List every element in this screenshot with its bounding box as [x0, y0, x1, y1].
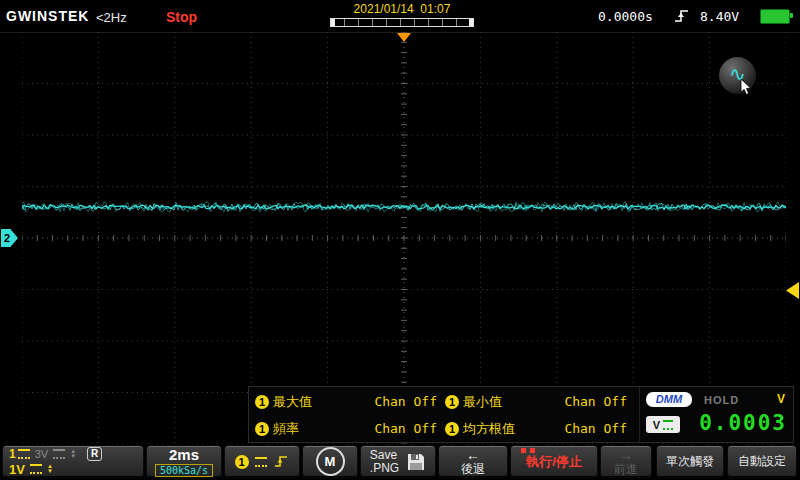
trigger-frequency-readout: <2Hz [96, 10, 127, 25]
measurement-label: 最大值 [273, 393, 312, 411]
source-badge: 1 [445, 395, 459, 409]
source-badge: 1 [255, 395, 269, 409]
mouse-cursor-icon [740, 79, 753, 96]
channel1-icon: 1 [9, 447, 30, 461]
back-button-label: 後退 [461, 462, 485, 476]
forward-button[interactable]: → 前進 [600, 445, 652, 478]
measurement-grid: 1 最大值 Chan Off 1 最小值 Chan Off 1 頻率 Chan … [249, 387, 639, 442]
down-triangle-icon: ▼ [47, 469, 53, 474]
measurement-label: 最小值 [463, 393, 502, 411]
dc-coupling-icon [18, 449, 30, 459]
timebase-readout: 2ms [169, 446, 199, 463]
trigger-position-marker [397, 33, 411, 42]
top-bar: GWINSTEK <2Hz Stop 2021/01/14 01:07 0.00… [0, 0, 800, 33]
memory-position-bar[interactable] [330, 18, 474, 27]
bottom-bar: 1 3V ▲ ▼ R 1V ▲ ▼ 2ms 500kSa/ [0, 444, 800, 480]
measurement-frequency: 1 頻率 Chan Off [255, 415, 445, 442]
acquisition-state-label: Stop [166, 9, 197, 25]
single-trigger-button[interactable]: 單次觸發 [656, 445, 724, 478]
alt-scale-readout: 3V [35, 448, 48, 460]
rising-edge-icon [273, 454, 290, 469]
trigger-settings-box[interactable]: 1 [224, 445, 300, 478]
graticule [22, 32, 786, 444]
battery-icon [760, 9, 790, 24]
dmm-mode-letter: V [653, 419, 660, 431]
channel-settings-box[interactable]: 1 3V ▲ ▼ R 1V ▲ ▼ [2, 445, 144, 478]
measurement-max: 1 最大值 Chan Off [255, 388, 445, 415]
floppy-disk-icon [406, 452, 426, 472]
menu-button-circle: M [316, 447, 345, 476]
stepper-icons: ▲ ▼ [70, 449, 76, 459]
r-badge: R [87, 447, 102, 461]
timebase-box[interactable]: 2ms 500kSa/s [146, 445, 222, 478]
back-button[interactable]: ← 後退 [438, 445, 508, 478]
brand-logo: GWINSTEK [6, 8, 89, 24]
source-badge: 1 [255, 422, 269, 436]
trigger-slope-rising-edge-icon [672, 7, 692, 25]
dc-lines-icon [663, 420, 673, 430]
dmm-value-readout: 0.0003 [699, 411, 787, 435]
save-label-line2: .PNG [370, 462, 399, 475]
source-badge: 1 [445, 422, 459, 436]
measurement-min: 1 最小值 Chan Off [445, 388, 635, 415]
run-stop-label: 執行/停止 [526, 453, 582, 471]
measurement-value: Chan Off [374, 421, 445, 436]
dmm-logo: DMM [646, 392, 692, 407]
trigger-level-marker [786, 282, 799, 299]
measurement-value: Chan Off [374, 394, 445, 409]
save-label-line1: Save [370, 449, 397, 462]
measurement-rms: 1 均方根值 Chan Off [445, 415, 635, 442]
left-arrow-icon: ← [466, 448, 480, 462]
save-png-button[interactable]: Save .PNG [360, 445, 436, 478]
right-arrow-icon: → [619, 448, 633, 462]
stepper-icons: ▲ ▼ [47, 464, 53, 474]
dmm-panel: DMM HOLD V V 0.0003 [639, 387, 793, 442]
measurement-label: 頻率 [273, 420, 299, 438]
record-indicator [521, 448, 526, 453]
dc-coupling-icon [255, 457, 267, 467]
single-trigger-label: 單次觸發 [666, 453, 714, 470]
measurement-value: Chan Off [564, 421, 635, 436]
oscilloscope-screen: GWINSTEK <2Hz Stop 2021/01/14 01:07 0.00… [0, 0, 800, 480]
dc-coupling-icon [53, 449, 65, 459]
trigger-source-badge: 1 [235, 455, 249, 469]
auto-setup-button[interactable]: 自動設定 [727, 445, 797, 478]
measurement-label: 均方根值 [463, 420, 515, 438]
horizontal-position-readout: 0.0000s [598, 9, 653, 24]
dc-coupling-icon [30, 464, 42, 474]
run-stop-button[interactable]: 執行/停止 [510, 445, 598, 478]
sample-rate-readout: 500kSa/s [155, 464, 213, 477]
forward-button-label: 前進 [614, 462, 638, 476]
menu-button[interactable]: M [302, 445, 358, 478]
channel-position-marker: 2 [1, 229, 18, 247]
vertical-scale-readout: 1V [9, 462, 25, 477]
down-triangle-icon: ▼ [70, 454, 76, 459]
dmm-vdc-mode-icon: V [646, 416, 680, 433]
datetime-readout: 2021/01/14 01:07 [316, 2, 488, 16]
trigger-level-readout: 8.40V [700, 9, 739, 24]
measurement-value: Chan Off [564, 394, 635, 409]
measurement-panel: 1 最大值 Chan Off 1 最小值 Chan Off 1 頻率 Chan … [248, 386, 794, 443]
auto-setup-label: 自動設定 [738, 453, 786, 470]
dmm-hold-status: HOLD [704, 394, 739, 406]
dmm-unit-label: V [777, 392, 785, 406]
